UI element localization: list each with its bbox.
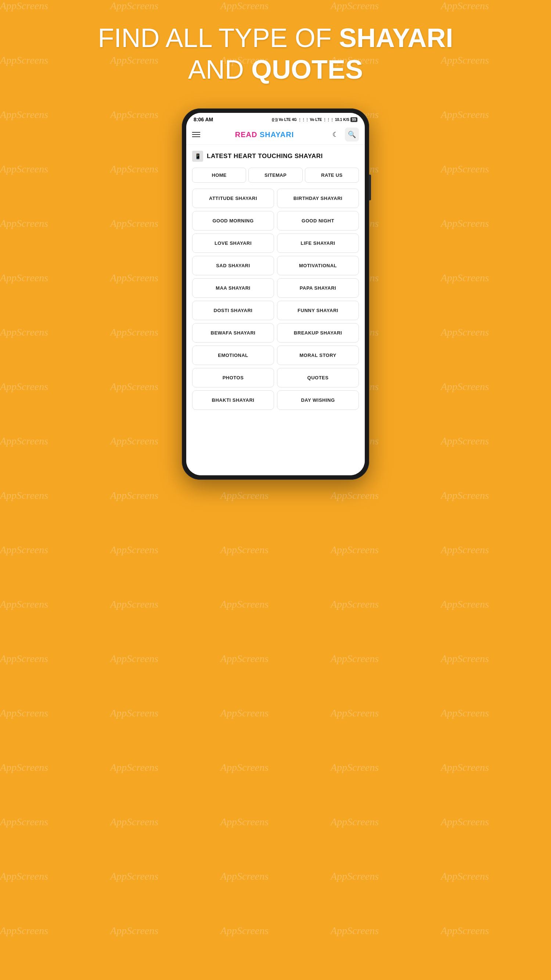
battery-icon: 99	[351, 117, 357, 122]
hero-line2: AND	[188, 55, 251, 84]
category-dosti-shayari[interactable]: DOSTI SHAYARI	[192, 301, 274, 320]
app-header: READ SHAYARI ☾ 🔍	[186, 125, 365, 145]
dark-mode-button[interactable]: ☾	[329, 128, 342, 141]
category-photos[interactable]: PHOTOS	[192, 368, 274, 387]
hamburger-line-2	[192, 134, 200, 135]
hero-line1-bold: SHAYARI	[339, 23, 453, 52]
category-bewafa-shayari[interactable]: BEWAFA SHAYARI	[192, 323, 274, 343]
category-birthday-shayari[interactable]: BIRTHDAY SHAYARI	[277, 189, 359, 208]
category-love-shayari[interactable]: LOVE SHAYARI	[192, 234, 274, 253]
tab-rate-us[interactable]: RATE US	[305, 168, 359, 183]
phone-screen: 8:06 AM ((·)) Vo LTE 4G ⋮⋮⋮ Vo LTE ⋮⋮⋮ 1…	[186, 113, 365, 475]
category-breakup-shayari[interactable]: BREAKUP SHAYARI	[277, 323, 359, 343]
hero-line1: FIND ALL TYPE OF	[98, 23, 339, 52]
nav-tabs: HOME SITEMAP RATE US	[192, 168, 359, 183]
category-good-morning[interactable]: GOOD MORNING	[192, 211, 274, 231]
status-time: 8:06 AM	[194, 116, 213, 123]
logo-shayari: SHAYARI	[260, 130, 294, 138]
category-emotional[interactable]: EMOTIONAL	[192, 345, 274, 365]
category-bhakti-shayari[interactable]: BHAKTI SHAYARI	[192, 390, 274, 410]
header-actions: ☾ 🔍	[329, 127, 359, 142]
category-life-shayari[interactable]: LIFE SHAYARI	[277, 234, 359, 253]
content-area[interactable]: 📱 LATEST HEART TOUCHING SHAYARI HOME SIT…	[186, 145, 365, 475]
status-icons: ((·)) Vo LTE 4G ⋮⋮⋮ Vo LTE ⋮⋮⋮ 10.1 K/S …	[272, 117, 357, 122]
category-sad-shayari[interactable]: SAD SHAYARI	[192, 256, 274, 275]
hamburger-button[interactable]	[192, 132, 200, 137]
section-header: 📱 LATEST HEART TOUCHING SHAYARI	[192, 151, 359, 162]
app-logo: READ SHAYARI	[235, 130, 294, 139]
tab-home[interactable]: HOME	[192, 168, 246, 183]
hero-line2-bold: QUOTES	[251, 55, 363, 84]
logo-read: READ	[235, 130, 260, 138]
category-quotes[interactable]: QUOTES	[277, 368, 359, 387]
category-maa-shayari[interactable]: MAA SHAYARI	[192, 278, 274, 298]
section-title: LATEST HEART TOUCHING SHAYARI	[207, 153, 323, 160]
category-day-wishing[interactable]: DAY WISHING	[277, 390, 359, 410]
signal-icons: ((·)) Vo LTE 4G ⋮⋮⋮ Vo LTE ⋮⋮⋮ 10.1 K/S	[272, 118, 349, 122]
search-button[interactable]: 🔍	[345, 127, 359, 142]
phone-container: 8:06 AM ((·)) Vo LTE 4G ⋮⋮⋮ Vo LTE ⋮⋮⋮ 1…	[182, 108, 369, 480]
category-motivational[interactable]: MOTIVATIONAL	[277, 256, 359, 275]
section-icon: 📱	[192, 151, 203, 162]
status-bar: 8:06 AM ((·)) Vo LTE 4G ⋮⋮⋮ Vo LTE ⋮⋮⋮ 1…	[186, 113, 365, 125]
category-attitude-shayari[interactable]: ATTITUDE SHAYARI	[192, 189, 274, 208]
category-papa-shayari[interactable]: PAPA SHAYARI	[277, 278, 359, 298]
category-moral-story[interactable]: MORAL STORY	[277, 345, 359, 365]
hamburger-line-1	[192, 132, 200, 133]
category-good-night[interactable]: GOOD NIGHT	[277, 211, 359, 231]
hero-title: FIND ALL TYPE OF SHAYARI AND QUOTES	[29, 22, 522, 86]
category-grid: ATTITUDE SHAYARI BIRTHDAY SHAYARI GOOD M…	[192, 189, 359, 410]
hero-section: FIND ALL TYPE OF SHAYARI AND QUOTES	[0, 22, 551, 86]
tab-sitemap[interactable]: SITEMAP	[248, 168, 302, 183]
phone-frame: 8:06 AM ((·)) Vo LTE 4G ⋮⋮⋮ Vo LTE ⋮⋮⋮ 1…	[182, 108, 369, 480]
category-funny-shayari[interactable]: FUNNY SHAYARI	[277, 301, 359, 320]
hamburger-line-3	[192, 136, 200, 137]
